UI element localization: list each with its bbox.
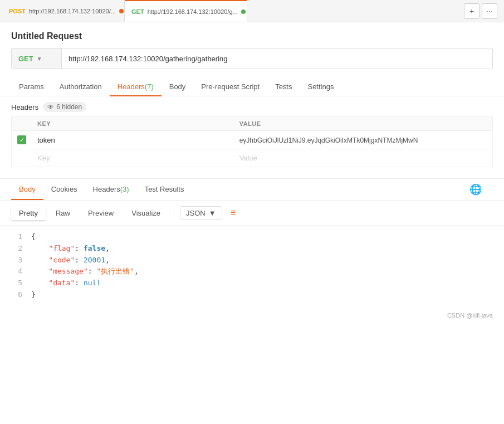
col-checkbox [12,117,32,131]
col-value: VALUE [234,117,493,131]
response-section: Body Cookies Headers(3) Test Results 🌐 P… [0,179,504,306]
footer-text: CSDN @kill-java [447,312,493,319]
page-title: Untitled Request [0,22,504,48]
tab-body[interactable]: Body [162,78,194,96]
row-value-text: eyJhbGciOiJlUzl1NiJ9.eyJqdGkiOiIxMTk0Mjg… [239,137,418,144]
url-input[interactable] [62,55,492,63]
fmt-preview-button[interactable]: Preview [80,206,121,220]
json-format-select[interactable]: JSON ▼ [180,206,222,220]
headers-table: KEY VALUE ✓ token eyJhbGciOiJlUzl1NiJ9.e… [11,116,493,167]
empty-key-placeholder: Key [37,154,50,162]
code-line-4: 4 "message": "执行出错", [11,266,493,277]
tab-post-method: POST [9,8,26,14]
wrap-button[interactable]: ≡ [224,205,242,221]
json-select-label: JSON [186,209,205,217]
fmt-raw-button[interactable]: Raw [48,206,78,220]
col-key: KEY [32,117,234,131]
code-line-1: 1 { [11,231,493,243]
method-select[interactable]: GET ▼ [12,48,62,69]
tab-get-url: http://192.168.174.132:10020/g... [148,8,238,15]
headers-label-row: Headers 👁 6 hidden [11,102,493,112]
line-num-2: 2 [11,243,22,255]
tab-headers-badge: (7) [145,82,154,91]
method-chevron-icon: ▼ [37,56,42,62]
row-key-cell[interactable]: token [32,131,234,149]
tab-params[interactable]: Params [11,78,52,96]
hidden-badge: 👁 6 hidden [43,102,86,112]
method-label: GET [18,55,33,63]
code-content-6: } [31,289,493,301]
code-content-3: "code": 20001, [31,255,493,266]
eye-icon: 👁 [47,103,54,111]
code-line-3: 3 "code": 20001, [11,255,493,266]
empty-value-cell[interactable]: Value [234,149,493,167]
globe-icon[interactable]: 🌐 [458,179,493,200]
tab-tests[interactable]: Tests [267,78,300,96]
fmt-visualize-button[interactable]: Visualize [124,206,168,220]
resp-tab-test-results[interactable]: Test Results [137,179,192,200]
footer: CSDN @kill-java [0,306,504,324]
table-row-empty: Key Value [12,149,493,167]
line-num-6: 6 [11,289,22,301]
hidden-count: 6 hidden [56,103,82,111]
tab-post-url: http://192.168.174.132:10020/... [29,8,116,14]
format-bar: Pretty Raw Preview Visualize JSON ▼ ≡ [0,201,504,226]
line-num-5: 5 [11,277,22,289]
tab-get-dot [241,9,246,14]
tab-authorization[interactable]: Authorization [52,78,110,96]
code-line-2: 2 "flag": false, [11,243,493,255]
fmt-pretty-button[interactable]: Pretty [11,206,46,220]
tab-settings[interactable]: Settings [300,78,341,96]
resp-tab-body[interactable]: Body [11,179,43,200]
tab-post-dot [119,9,124,13]
empty-checkbox-cell [12,149,32,167]
json-select-chevron-icon: ▼ [209,209,216,217]
tab-headers-label: Headers [118,82,145,91]
request-tabs: Params Authorization Headers(7) Body Pre… [0,78,504,96]
empty-value-placeholder: Value [239,154,257,162]
tab-get-method: GET [131,8,144,15]
table-row: ✓ token eyJhbGciOiJlUzl1NiJ9.eyJqdGkiOiI… [12,131,493,149]
row-checkbox-cell: ✓ [12,131,32,149]
tab-post[interactable]: POST http://192.168.174.132:10020/... [2,0,125,22]
response-tabs: Body Cookies Headers(3) Test Results 🌐 [0,179,504,201]
code-line-6: 6 } [11,289,493,301]
row-checkbox[interactable]: ✓ [17,135,26,144]
tab-menu-button[interactable]: ··· [482,3,497,19]
headers-label-text: Headers [11,103,38,111]
code-content-2: "flag": false, [31,243,493,255]
url-bar: GET ▼ [11,48,493,69]
row-value-cell[interactable]: eyJhbGciOiJlUzl1NiJ9.eyJqdGkiOiIxMTk0Mjg… [234,131,493,149]
line-num-1: 1 [11,231,22,243]
line-num-3: 3 [11,255,22,266]
code-content-1: { [31,231,493,243]
tab-get[interactable]: GET http://192.168.174.132:10020/g... [125,0,247,22]
resp-tab-headers-badge: (3) [120,185,129,193]
add-tab-button[interactable]: + [464,3,479,19]
tab-bar: POST http://192.168.174.132:10020/... GE… [0,0,504,22]
empty-key-cell[interactable]: Key [32,149,234,167]
line-num-4: 4 [11,266,22,277]
resp-tab-headers[interactable]: Headers(3) [85,179,137,200]
headers-section: Headers 👁 6 hidden KEY VALUE ✓ token eyJ… [0,96,504,167]
resp-tab-cookies[interactable]: Cookies [43,179,85,200]
tab-actions: + ··· [459,3,502,19]
code-line-5: 5 "data": null [11,277,493,289]
resp-tab-headers-label: Headers [93,185,120,193]
tab-pre-request-script[interactable]: Pre-request Script [193,78,267,96]
tab-headers[interactable]: Headers(7) [110,78,162,96]
format-divider [174,206,174,220]
code-content-5: "data": null [31,277,493,289]
code-content-4: "message": "执行出错", [31,266,493,277]
code-view: 1 { 2 "flag": false, 3 "code": 20001, 4 … [0,226,504,306]
